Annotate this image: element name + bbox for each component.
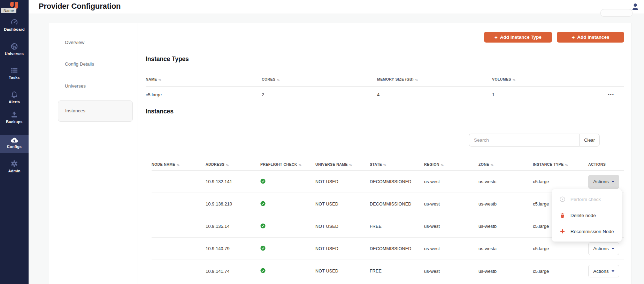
column-header-memory-size[interactable]: MEMORY SIZE (GB)▾▴ xyxy=(377,77,492,81)
cell-region: us-west xyxy=(424,246,478,251)
cell-universe-name: NOT USED xyxy=(315,202,370,207)
column-header-name[interactable]: NAME▾▴ xyxy=(146,77,262,81)
plus-icon: + xyxy=(572,35,575,40)
cloud-upload-icon xyxy=(10,136,18,144)
cell-address: 10.9.135.14 xyxy=(206,224,260,229)
instance-type-memory: 4 xyxy=(377,92,492,97)
person-icon xyxy=(631,2,640,11)
cell-address: 10.9.141.74 xyxy=(206,269,260,274)
cell-address: 10.9.140.79 xyxy=(206,246,260,251)
bell-icon xyxy=(10,90,18,99)
sidebar-item-universes[interactable]: Universes xyxy=(0,42,29,64)
cell-universe-name: NOT USED xyxy=(315,224,370,229)
cell-state: DECOMMISSIONED xyxy=(370,246,424,251)
instance-types-header-row: NAME▾▴ CORES▾▴ MEMORY SIZE (GB)▾▴ VOLUME… xyxy=(146,72,624,87)
column-header-actions: ACTIONS xyxy=(588,162,624,166)
sort-icon: ▾▴ xyxy=(565,163,567,166)
sidebar: Name Dashboard Universes xyxy=(0,0,29,284)
sidebar-item-label: Dashboard xyxy=(0,27,29,31)
plus-icon: + xyxy=(495,35,498,40)
sidebar-item-admin[interactable]: Admin xyxy=(0,159,29,181)
upload-icon xyxy=(10,110,18,119)
sidebar-item-dashboard[interactable]: Dashboard xyxy=(0,18,29,39)
add-instances-button[interactable]: + Add Instances xyxy=(557,32,624,43)
check-circle-icon xyxy=(260,268,266,273)
sidebar-item-label: Tasks xyxy=(0,75,29,80)
sidebar-item-label: Admin xyxy=(0,169,29,173)
check-circle-icon xyxy=(260,179,266,184)
list-icon xyxy=(10,66,18,74)
instance-type-volumes: 1 xyxy=(492,92,607,97)
cell-region: us-west xyxy=(424,201,478,207)
caret-down-icon xyxy=(612,270,614,272)
column-header-cores[interactable]: CORES▾▴ xyxy=(262,77,377,81)
column-header-address[interactable]: ADDRESS▾▴ xyxy=(206,162,260,166)
instances-search: Clear xyxy=(469,134,600,147)
subnav-divider xyxy=(138,23,138,284)
sidebar-item-configs[interactable]: Configs xyxy=(0,135,29,153)
tab-instances[interactable]: Instances xyxy=(58,100,133,122)
instance-row: 10.9.141.74 NOT USED FREE us-west us-wes… xyxy=(152,260,624,282)
cell-universe-name: NOT USED xyxy=(315,269,370,274)
cell-state: DECOMMISSIONED xyxy=(370,202,424,207)
sort-icon: ▾▴ xyxy=(491,163,493,166)
sidebar-item-label: Backups xyxy=(0,120,29,124)
plus-icon xyxy=(560,229,565,234)
cell-zone: us-westb xyxy=(478,269,533,274)
sidebar-item-alerts[interactable]: Alerts xyxy=(0,90,29,112)
add-instance-type-button[interactable]: + Add Instance Type xyxy=(484,32,552,43)
row-overflow-menu-icon[interactable]: ••• xyxy=(607,92,624,97)
tab-instances-label: Instances xyxy=(65,108,85,113)
actions-dropdown-button[interactable]: Actions xyxy=(588,242,619,255)
instance-type-name: c5.large xyxy=(146,92,262,97)
add-instances-label: Add Instances xyxy=(577,35,609,40)
tab-overview[interactable]: Overview xyxy=(65,40,84,45)
sort-icon: ▾▴ xyxy=(441,163,443,166)
column-header-region[interactable]: REGION▾▴ xyxy=(424,162,478,166)
instance-types-heading: Instance Types xyxy=(146,55,189,63)
cell-region: us-west xyxy=(424,269,478,274)
logo-name-tooltip: Name xyxy=(1,8,16,13)
sidebar-item-label: Universes xyxy=(0,52,29,56)
cell-universe-name: NOT USED xyxy=(315,246,370,251)
cell-state: DECOMMISSIONED xyxy=(370,179,424,184)
collapsed-toolbar-button[interactable] xyxy=(600,9,632,17)
column-header-zone[interactable]: ZONE▾▴ xyxy=(478,162,533,166)
sort-icon: ▾▴ xyxy=(415,78,417,81)
actions-dropdown-button[interactable]: Actions xyxy=(588,265,619,277)
column-header-universe-name[interactable]: UNIVERSE NAME▾▴ xyxy=(315,162,370,166)
column-header-preflight-check[interactable]: PREFLIGHT CHECK▾▴ xyxy=(260,162,315,166)
search-input[interactable] xyxy=(469,134,579,147)
cell-state: FREE xyxy=(370,269,424,274)
column-header-state[interactable]: STATE▾▴ xyxy=(370,162,424,166)
user-profile-button[interactable] xyxy=(631,2,640,11)
instance-type-cores: 2 xyxy=(262,92,377,97)
cell-zone: us-westb xyxy=(478,201,533,207)
sidebar-item-tasks[interactable]: Tasks xyxy=(0,66,29,88)
menu-item-perform-check: Perform check xyxy=(552,191,622,207)
sidebar-item-backups[interactable]: Backups xyxy=(0,110,29,132)
cell-instance-type: c5.large xyxy=(533,246,588,251)
globe-icon xyxy=(10,42,18,51)
clear-search-button[interactable]: Clear xyxy=(579,134,600,147)
provider-config-card: Overview Config Details Universes Instan… xyxy=(49,23,631,284)
sort-icon: ▾▴ xyxy=(513,78,515,81)
gauge-icon xyxy=(10,18,18,26)
provider-configuration-page: Name Dashboard Universes xyxy=(0,0,644,284)
menu-item-recommission-node[interactable]: Recommission Node xyxy=(552,223,622,239)
caret-down-icon xyxy=(612,181,614,182)
column-header-volumes[interactable]: VOLUMES▾▴ xyxy=(492,77,607,81)
caret-down-icon xyxy=(612,248,614,249)
column-header-node-name[interactable]: NODE NAME▾▴ xyxy=(152,162,206,166)
column-header-instance-type[interactable]: INSTANCE TYPE▾▴ xyxy=(533,162,588,166)
sidebar-item-label: Configs xyxy=(0,144,29,149)
sort-icon: ▾▴ xyxy=(349,163,352,166)
actions-dropdown-button[interactable]: Actions xyxy=(588,175,619,189)
tab-config-details[interactable]: Config Details xyxy=(65,61,94,67)
cell-address: 10.9.136.210 xyxy=(206,201,260,207)
instances-header-row: NODE NAME▾▴ ADDRESS▾▴ PREFLIGHT CHECK▾▴ … xyxy=(152,158,624,171)
cell-instance-type: c5.large xyxy=(533,269,588,274)
tab-universes[interactable]: Universes xyxy=(65,83,86,89)
cell-instance-type: c5.large xyxy=(533,179,588,184)
menu-item-delete-node[interactable]: Delete node xyxy=(552,207,622,223)
